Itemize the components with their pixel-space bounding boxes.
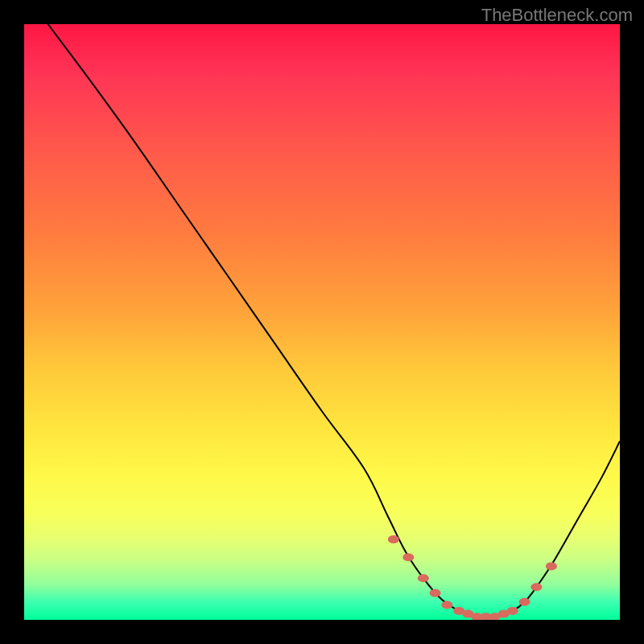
curve-marker (530, 583, 542, 591)
bottleneck-curve-line (48, 24, 620, 617)
bottleneck-curve-svg (24, 24, 620, 620)
curve-marker (402, 553, 414, 561)
curve-marker (507, 607, 518, 615)
curve-marker (418, 574, 429, 582)
curve-marker (430, 589, 441, 597)
curve-marker (519, 598, 530, 606)
curve-marker (546, 562, 557, 570)
plot-area (24, 24, 620, 620)
marker-group (388, 535, 557, 620)
curve-marker (388, 535, 399, 543)
curve-marker (441, 601, 452, 609)
attribution-text: TheBottleneck.com (481, 5, 633, 26)
